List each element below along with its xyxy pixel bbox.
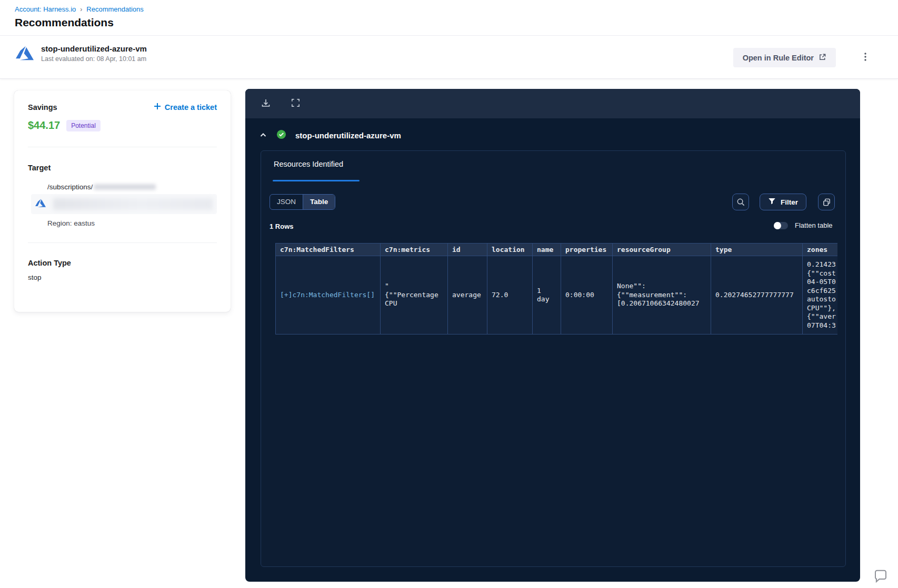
region-text: Region: eastus — [47, 219, 217, 227]
col-header-name: name — [533, 244, 561, 256]
cell-type: 0.20274652777777777 — [711, 256, 803, 334]
breadcrumb-separator-icon: › — [80, 6, 82, 13]
kebab-menu-icon[interactable] — [858, 50, 873, 65]
flatten-table-label: Flatten table — [795, 221, 833, 229]
savings-amount: $44.17 — [28, 119, 60, 131]
resources-table-container[interactable]: c7n:MatchedFilters c7n:metrics id locati… — [275, 243, 837, 339]
col-header-location: location — [487, 244, 533, 256]
azure-icon — [16, 44, 34, 64]
table-header-row: c7n:MatchedFilters c7n:metrics id locati… — [276, 244, 838, 256]
col-header-resource-group: resourceGroup — [613, 244, 711, 256]
flatten-table-toggle[interactable] — [774, 222, 788, 229]
recommendation-header-card: stop-underutilized-azure-vm Last evaluat… — [0, 35, 898, 79]
col-header-matched-filters: c7n:MatchedFilters — [276, 244, 381, 256]
cell-id: average — [448, 256, 487, 334]
cell-zones: 0.21423 {""cost 04-05T0 c6cf625 autosto … — [803, 256, 838, 334]
cell-metrics: " {""Percentage CPU — [381, 256, 448, 334]
row-count-text: 1 Rows — [270, 222, 294, 230]
breadcrumb: Account: Harness.io › Recommendations — [15, 5, 144, 13]
evaluation-results-panel: stop-underutilized-azure-vm Resources Id… — [245, 89, 860, 582]
filter-icon — [768, 197, 776, 207]
savings-label: Savings — [28, 103, 57, 111]
plus-icon — [154, 103, 161, 111]
redacted-resource-text — [53, 198, 213, 210]
target-resource-row — [31, 194, 217, 214]
view-mode-toggle: JSON Table — [270, 194, 335, 210]
breadcrumb-account-link[interactable]: Account: Harness.io — [15, 5, 76, 13]
filter-button[interactable]: Filter — [760, 194, 806, 210]
view-table-button[interactable]: Table — [303, 195, 335, 209]
create-ticket-label: Create a ticket — [165, 103, 217, 111]
tab-resources-identified[interactable]: Resources Identified — [274, 160, 343, 168]
panel-rule-title: stop-underutilized-azure-vm — [295, 131, 401, 140]
target-path: /subscriptions/ — [47, 183, 93, 191]
active-tab-underline — [273, 180, 360, 181]
table-row: [+]c7n:MatchedFilters[] " {""Percentage … — [276, 256, 838, 334]
cell-properties: 0:00:00 — [561, 256, 613, 334]
create-ticket-button[interactable]: Create a ticket — [154, 103, 217, 111]
download-icon[interactable] — [260, 98, 272, 109]
resources-identified-card: Resources Identified JSON Table Filter 1… — [261, 150, 846, 567]
page-title: Recommendations — [15, 16, 114, 29]
action-type-value: stop — [28, 273, 217, 281]
copy-icon[interactable] — [818, 194, 835, 210]
potential-badge: Potential — [66, 120, 101, 131]
cell-name: 1 day — [533, 256, 561, 334]
col-header-id: id — [448, 244, 487, 256]
resources-table: c7n:MatchedFilters c7n:metrics id locati… — [275, 243, 837, 334]
external-link-icon — [819, 53, 826, 63]
action-type-label: Action Type — [28, 259, 217, 267]
col-header-type: type — [711, 244, 803, 256]
redacted-target-text — [94, 184, 156, 190]
cell-matched-filters-expander[interactable]: [+]c7n:MatchedFilters[] — [276, 256, 381, 334]
help-chat-icon[interactable] — [872, 568, 890, 586]
divider — [28, 242, 217, 243]
divider — [28, 147, 217, 147]
col-header-properties: properties — [561, 244, 613, 256]
azure-icon — [35, 198, 46, 210]
recommendation-details-card: Savings Create a ticket $44.17 Potential… — [14, 90, 231, 312]
open-in-rule-editor-button[interactable]: Open in Rule Editor — [733, 48, 836, 67]
collapse-chevron-icon[interactable] — [259, 131, 267, 140]
open-in-rule-editor-label: Open in Rule Editor — [743, 54, 814, 62]
fullscreen-icon[interactable] — [290, 98, 301, 109]
col-header-metrics: c7n:metrics — [381, 244, 448, 256]
target-label: Target — [28, 164, 217, 172]
search-icon[interactable] — [732, 194, 749, 210]
panel-toolbar — [245, 89, 860, 118]
cell-resource-group: None"": {""measurement"": [0.20671066342… — [613, 256, 711, 334]
view-json-button[interactable]: JSON — [270, 195, 303, 209]
col-header-zones: zones — [803, 244, 838, 256]
cell-location: 72.0 — [487, 256, 533, 334]
filter-label: Filter — [781, 198, 798, 206]
success-check-icon — [276, 129, 286, 141]
recommendation-name: stop-underutilized-azure-vm — [41, 44, 147, 53]
breadcrumb-recommendations-link[interactable]: Recommendations — [86, 5, 143, 13]
last-evaluated-text: Last evaluated on: 08 Apr, 10:01 am — [41, 55, 147, 63]
